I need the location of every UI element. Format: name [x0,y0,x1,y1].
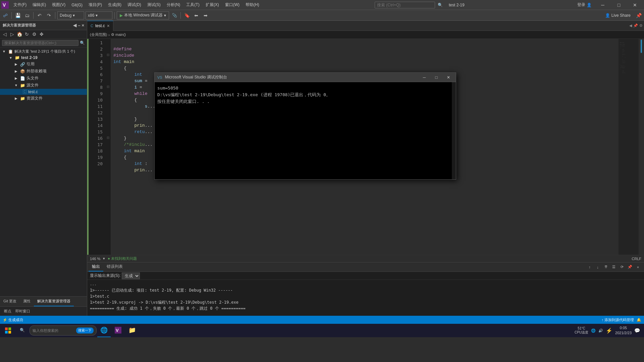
sidebar-view[interactable]: ✥ [38,31,45,38]
tree-sources[interactable]: ▼ 📁 源文件 [0,82,87,89]
taskbar-search-box[interactable]: 输入你想搜索的 搜索一下 [30,325,97,336]
tree-project[interactable]: ▼ 📁 test 2-19 [0,55,87,61]
sidebar-search-input[interactable] [2,40,78,46]
start-button[interactable] [1,324,15,337]
sidebar-icon2[interactable]: – [78,23,80,28]
menu-extend[interactable]: 扩展(X) [203,1,222,8]
login-label[interactable]: 登录 [577,2,585,8]
sidebar-nav-prev[interactable]: ◁ [1,31,8,38]
menu-tools[interactable]: 工具(T) [183,1,202,8]
new-project-btn[interactable]: ☍ [1,11,9,19]
tree-external[interactable]: ▶ 📦 外部依赖项 [0,68,87,75]
ext-icon: 📦 [20,69,25,74]
sidebar-nav-next[interactable]: ▷ [9,31,15,38]
tree-references[interactable]: ▶ 🔗 引用 [0,61,87,68]
editor-tab-testc[interactable]: C test.c × [87,21,113,31]
sidebar-icon1[interactable]: ◀ [73,23,76,28]
run-button[interactable]: ▶ 本地 Windows 调试器 ▾ [117,11,169,19]
taskbar-search-button[interactable]: 搜索一下 [76,327,94,334]
tab-close-btn[interactable]: × [107,23,110,28]
output-pin-btn[interactable]: 📌 [627,264,633,270]
output-btn3[interactable]: ⇈ [602,264,609,270]
output-btn2[interactable]: ↓ [594,264,601,270]
breakpoints-btn[interactable]: 断点 [3,308,13,314]
menu-project[interactable]: 项目(P) [86,1,105,8]
output-btn4[interactable]: ☰ [610,264,617,270]
tab-solution-explorer[interactable]: 解决方案资源管理器 [34,297,74,306]
output-content[interactable]: ... 1>------ 已启动生成: 项目: test 2-19, 配置: D… [87,280,644,316]
immediate-btn[interactable]: 即时窗口 [14,308,32,314]
tab-properties[interactable]: 属性 [20,297,34,306]
debug-console-content[interactable]: sum=5050 D:\vs编程\test 2-19\Debug\test 2-… [155,82,452,179]
res-icon: 📁 [20,96,25,101]
sidebar-refresh[interactable]: ↻ [23,31,30,38]
taskbar-edge-icon[interactable]: 🌐 [97,324,111,337]
tree-headers[interactable]: ▶ 📄 头文件 [0,75,87,82]
search-icon2: 🔍 [20,328,25,333]
debug-close-btn[interactable]: ✕ [444,73,453,82]
tree-solution[interactable]: ▼ 📋 解决方案 'test 2-19'(1 个项目/共 1 个) [0,48,87,55]
menu-build[interactable]: 生成(B) [105,1,124,8]
menu-help[interactable]: 帮助(H) [243,1,262,8]
notification-bell[interactable]: 🔔 [637,318,641,322]
menu-test[interactable]: 测试(S) [145,1,163,8]
fold-16[interactable]: ⊟ [105,134,111,141]
undo-btn[interactable]: ↶ [36,11,44,19]
status-right: ↑ 添加到源代码管理 🔔 [601,317,641,322]
tab-git-changes[interactable]: Git 更改 [0,297,20,306]
output-btn1[interactable]: ↑ [586,264,593,270]
taskbar-folder-icon[interactable]: 📁 [125,324,139,337]
sidebar-home[interactable]: 🏠 [16,31,23,38]
menu-file[interactable]: 文件(F) [11,1,29,8]
tab-icon: C [91,24,93,28]
editor-gear-icon[interactable]: ⚙ [639,23,643,28]
debug-minimize-btn[interactable]: ─ [420,73,429,82]
pin-btn[interactable]: 📌 [635,11,643,19]
taskbar-search-btn[interactable]: 🔍 [15,324,29,337]
save-all-btn[interactable]: 🗂 [23,11,31,19]
project-arrow: ▼ [8,56,13,60]
status-dropdown[interactable]: ▾ [103,256,105,261]
tree-resources[interactable]: ▶ 📁 资源文件 [0,95,87,102]
menu-debug[interactable]: 调试(D) [125,1,144,8]
restore-button[interactable]: □ [611,0,627,10]
sidebar-filter[interactable]: ⚙ [31,31,38,38]
fold-3[interactable]: ⊟ [105,52,111,58]
menu-view[interactable]: 视图(V) [49,1,68,8]
menu-git[interactable]: Git(G) [69,2,85,8]
sidebar-header-icons: ◀ – × [73,23,84,28]
minimize-button[interactable]: ─ [595,0,610,10]
output-close-btn[interactable]: × [635,264,641,270]
taskbar-datetime[interactable]: 0:05 2021/2/23 [615,325,632,336]
taskbar-vs-icon[interactable]: V [111,324,125,337]
fold-8[interactable]: ⊟ [105,83,111,90]
config-dropdown[interactable]: Debug ▾ [57,11,84,19]
hdr-label: 头文件 [26,75,39,81]
next-bookmark-btn[interactable]: ➡ [202,11,210,19]
solution-arrow: ▼ [1,50,7,53]
redo-btn[interactable]: ↷ [45,11,53,19]
live-share-button[interactable]: 👤 Live Share [602,12,633,18]
debug-restore-btn[interactable]: □ [432,73,441,82]
ext-arrow: ▶ [13,69,19,73]
testc-label: test.c [28,89,38,94]
menu-window[interactable]: 窗口(W) [222,1,242,8]
output-btn5[interactable]: ⟳ [619,264,625,270]
close-button[interactable]: ✕ [627,0,643,10]
output-tab-output[interactable]: 输出 [89,262,103,272]
output-tab-errors[interactable]: 错误列表 [103,262,126,272]
tree-testc[interactable]: 🇨 test.c [0,89,87,95]
prev-bookmark-btn[interactable]: ⬅ [192,11,200,19]
menu-search-input[interactable] [375,2,435,8]
save-btn[interactable]: 💾 [14,11,22,19]
menu-edit[interactable]: 编辑(E) [30,1,49,8]
sidebar-icon3[interactable]: × [82,23,84,28]
taskbar-notification-icon[interactable]: 💬 [634,328,640,333]
output-source-select[interactable]: 生成 [122,273,140,279]
add-to-source-btn[interactable]: ↑ 添加到源代码管理 [601,317,634,322]
platform-dropdown[interactable]: x86 ▾ [86,11,112,19]
menu-analyze[interactable]: 分析(N) [164,1,183,8]
debug-scrollbar[interactable] [452,82,456,179]
attach-btn[interactable]: 📎 [170,11,178,19]
bookmark-btn[interactable]: 🔖 [183,11,191,19]
